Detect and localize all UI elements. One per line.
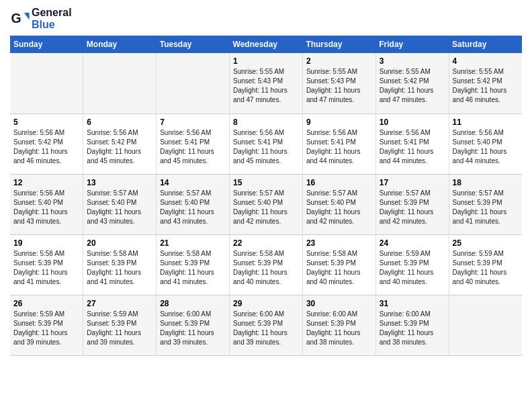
- svg-text:G: G: [11, 11, 21, 26]
- col-header-thursday: Thursday: [302, 36, 375, 53]
- day-number: 23: [306, 238, 372, 248]
- calendar-cell: 14Sunrise: 5:57 AM Sunset: 5:40 PM Dayli…: [157, 174, 230, 234]
- cell-content: Sunrise: 5:59 AM Sunset: 5:39 PM Dayligh…: [87, 310, 152, 347]
- calendar-cell: 11Sunrise: 5:56 AM Sunset: 5:40 PM Dayli…: [449, 113, 522, 174]
- calendar-cell: 10Sunrise: 5:56 AM Sunset: 5:41 PM Dayli…: [375, 113, 449, 174]
- cell-content: Sunrise: 5:56 AM Sunset: 5:42 PM Dayligh…: [13, 128, 79, 166]
- calendar-cell: 20Sunrise: 5:58 AM Sunset: 5:39 PM Dayli…: [83, 234, 157, 295]
- day-number: 4: [453, 56, 519, 66]
- day-number: 5: [13, 118, 79, 127]
- cell-content: Sunrise: 5:58 AM Sunset: 5:39 PM Dayligh…: [306, 249, 372, 287]
- calendar-cell: [157, 53, 230, 113]
- col-header-monday: Monday: [83, 36, 157, 53]
- calendar-cell: 9Sunrise: 5:56 AM Sunset: 5:41 PM Daylig…: [302, 113, 375, 174]
- cell-content: Sunrise: 5:56 AM Sunset: 5:42 PM Dayligh…: [87, 128, 152, 166]
- calendar-cell: 1Sunrise: 5:55 AM Sunset: 5:43 PM Daylig…: [230, 53, 303, 113]
- calendar-cell: 6Sunrise: 5:56 AM Sunset: 5:42 PM Daylig…: [83, 113, 157, 174]
- calendar-cell: [83, 53, 157, 113]
- day-number: 8: [233, 118, 299, 127]
- cell-content: Sunrise: 5:55 AM Sunset: 5:42 PM Dayligh…: [380, 67, 445, 105]
- day-number: 24: [380, 238, 445, 248]
- calendar-cell: 8Sunrise: 5:56 AM Sunset: 5:41 PM Daylig…: [230, 113, 303, 174]
- day-number: 1: [233, 56, 299, 66]
- cell-content: Sunrise: 5:56 AM Sunset: 5:41 PM Dayligh…: [380, 128, 445, 166]
- day-number: 15: [233, 178, 299, 187]
- cell-content: Sunrise: 5:59 AM Sunset: 5:39 PM Dayligh…: [13, 310, 79, 347]
- day-number: 7: [160, 118, 226, 127]
- calendar-cell: 12Sunrise: 5:56 AM Sunset: 5:40 PM Dayli…: [10, 174, 83, 234]
- calendar-cell: 25Sunrise: 5:59 AM Sunset: 5:39 PM Dayli…: [449, 234, 522, 295]
- day-number: 2: [306, 56, 372, 66]
- day-number: 19: [13, 238, 79, 248]
- col-header-tuesday: Tuesday: [157, 36, 230, 53]
- calendar-week-3: 19Sunrise: 5:58 AM Sunset: 5:39 PM Dayli…: [10, 234, 522, 295]
- cell-content: Sunrise: 5:59 AM Sunset: 5:39 PM Dayligh…: [380, 249, 445, 287]
- calendar-cell: 30Sunrise: 6:00 AM Sunset: 5:39 PM Dayli…: [302, 295, 375, 355]
- cell-content: Sunrise: 6:00 AM Sunset: 5:39 PM Dayligh…: [160, 310, 226, 347]
- calendar-cell: 31Sunrise: 6:00 AM Sunset: 5:39 PM Dayli…: [375, 295, 449, 355]
- cell-content: Sunrise: 5:58 AM Sunset: 5:39 PM Dayligh…: [233, 249, 299, 287]
- svg-marker-1: [24, 13, 30, 20]
- calendar-cell: 5Sunrise: 5:56 AM Sunset: 5:42 PM Daylig…: [10, 113, 83, 174]
- day-number: 22: [233, 238, 299, 248]
- cell-content: Sunrise: 5:57 AM Sunset: 5:39 PM Dayligh…: [380, 189, 445, 226]
- day-number: 14: [160, 178, 226, 187]
- cell-content: Sunrise: 5:55 AM Sunset: 5:43 PM Dayligh…: [233, 67, 299, 105]
- calendar-week-4: 26Sunrise: 5:59 AM Sunset: 5:39 PM Dayli…: [10, 295, 522, 355]
- cell-content: Sunrise: 5:57 AM Sunset: 5:40 PM Dayligh…: [87, 189, 152, 226]
- calendar-cell: 3Sunrise: 5:55 AM Sunset: 5:42 PM Daylig…: [375, 53, 449, 113]
- calendar-week-2: 12Sunrise: 5:56 AM Sunset: 5:40 PM Dayli…: [10, 174, 522, 234]
- logo: G General Blue: [10, 7, 72, 30]
- calendar-cell: 27Sunrise: 5:59 AM Sunset: 5:39 PM Dayli…: [83, 295, 157, 355]
- cell-content: Sunrise: 5:58 AM Sunset: 5:39 PM Dayligh…: [87, 249, 152, 287]
- day-number: 13: [87, 178, 152, 187]
- calendar-table: SundayMondayTuesdayWednesdayThursdayFrid…: [10, 36, 522, 356]
- day-number: 21: [160, 238, 226, 248]
- cell-content: Sunrise: 5:57 AM Sunset: 5:40 PM Dayligh…: [233, 189, 299, 226]
- col-header-sunday: Sunday: [10, 36, 83, 53]
- day-number: 3: [380, 56, 445, 66]
- day-number: 20: [87, 238, 152, 248]
- cell-content: Sunrise: 5:56 AM Sunset: 5:41 PM Dayligh…: [160, 128, 226, 166]
- calendar-cell: 7Sunrise: 5:56 AM Sunset: 5:41 PM Daylig…: [157, 113, 230, 174]
- calendar-cell: 19Sunrise: 5:58 AM Sunset: 5:39 PM Dayli…: [10, 234, 83, 295]
- calendar-cell: 15Sunrise: 5:57 AM Sunset: 5:40 PM Dayli…: [230, 174, 303, 234]
- cell-content: Sunrise: 6:00 AM Sunset: 5:39 PM Dayligh…: [380, 310, 445, 347]
- day-number: 31: [380, 299, 445, 308]
- cell-content: Sunrise: 5:56 AM Sunset: 5:40 PM Dayligh…: [453, 128, 519, 166]
- day-number: 17: [380, 178, 445, 187]
- calendar-cell: 13Sunrise: 5:57 AM Sunset: 5:40 PM Dayli…: [83, 174, 157, 234]
- day-number: 29: [233, 299, 299, 308]
- cell-content: Sunrise: 5:56 AM Sunset: 5:40 PM Dayligh…: [13, 189, 79, 226]
- calendar-cell: 4Sunrise: 5:55 AM Sunset: 5:42 PM Daylig…: [449, 53, 522, 113]
- calendar-cell: 16Sunrise: 5:57 AM Sunset: 5:40 PM Dayli…: [302, 174, 375, 234]
- day-number: 27: [87, 299, 152, 308]
- calendar-cell: 29Sunrise: 6:00 AM Sunset: 5:39 PM Dayli…: [230, 295, 303, 355]
- day-number: 26: [13, 299, 79, 308]
- day-number: 6: [87, 118, 152, 127]
- calendar-cell: 22Sunrise: 5:58 AM Sunset: 5:39 PM Dayli…: [230, 234, 303, 295]
- day-number: 10: [380, 118, 445, 127]
- col-header-wednesday: Wednesday: [230, 36, 303, 53]
- calendar-cell: 18Sunrise: 5:57 AM Sunset: 5:39 PM Dayli…: [449, 174, 522, 234]
- cell-content: Sunrise: 5:55 AM Sunset: 5:42 PM Dayligh…: [453, 67, 519, 105]
- day-number: 18: [453, 178, 519, 187]
- cell-content: Sunrise: 5:58 AM Sunset: 5:39 PM Dayligh…: [13, 249, 79, 287]
- cell-content: Sunrise: 6:00 AM Sunset: 5:39 PM Dayligh…: [306, 310, 372, 347]
- cell-content: Sunrise: 5:55 AM Sunset: 5:43 PM Dayligh…: [306, 67, 372, 105]
- calendar-cell: 24Sunrise: 5:59 AM Sunset: 5:39 PM Dayli…: [375, 234, 449, 295]
- header: G General Blue: [10, 7, 522, 30]
- day-number: 30: [306, 299, 372, 308]
- cell-content: Sunrise: 5:57 AM Sunset: 5:40 PM Dayligh…: [306, 189, 372, 226]
- cell-content: Sunrise: 5:56 AM Sunset: 5:41 PM Dayligh…: [306, 128, 372, 166]
- day-number: 12: [13, 178, 79, 187]
- calendar-cell: 17Sunrise: 5:57 AM Sunset: 5:39 PM Dayli…: [375, 174, 449, 234]
- col-header-friday: Friday: [375, 36, 449, 53]
- calendar-cell: 21Sunrise: 5:58 AM Sunset: 5:39 PM Dayli…: [157, 234, 230, 295]
- calendar-cell: [449, 295, 522, 355]
- logo-icon: G: [10, 9, 30, 29]
- day-number: 16: [306, 178, 372, 187]
- cell-content: Sunrise: 5:56 AM Sunset: 5:41 PM Dayligh…: [233, 128, 299, 166]
- day-number: 25: [453, 238, 519, 248]
- header-row: SundayMondayTuesdayWednesdayThursdayFrid…: [10, 36, 522, 53]
